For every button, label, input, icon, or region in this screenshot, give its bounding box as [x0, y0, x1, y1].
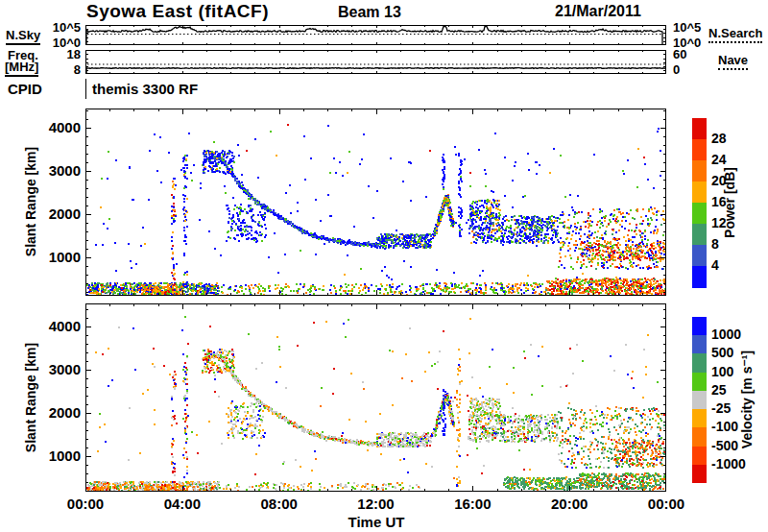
noise-right-label: N.Search	[708, 26, 762, 40]
velocity-colorbar: 100050010025-25-100-500-1000	[692, 317, 707, 483]
colorbar-segment	[692, 266, 707, 288]
colorbar-segment	[692, 335, 707, 354]
power-colorbar-title: Power [dB]	[722, 150, 737, 255]
power-colorbar: 282420161284	[692, 118, 707, 287]
range-tick-label: 1000	[23, 249, 81, 265]
time-tick-label: 08:00	[246, 496, 313, 512]
time-tick-label: 00:00	[633, 496, 700, 512]
range-tick-label: 1000	[23, 447, 81, 464]
cpid-label: CPID	[8, 81, 42, 97]
time-tick-label: 04:00	[149, 496, 216, 512]
colorbar-tick-label: 100	[711, 364, 733, 379]
cpid-value: themis 3300 RF	[92, 81, 198, 97]
frequency-line-chart	[85, 50, 666, 74]
range-tick-label: 3000	[23, 361, 81, 377]
freq-tick-bottom: 8	[46, 62, 81, 77]
colorbar-tick-label: 4	[711, 257, 719, 273]
freq-tick-top: 18	[46, 47, 81, 61]
freq-right-label: Nave	[718, 53, 748, 67]
power-scatter-panel	[85, 109, 666, 296]
colorbar-segment	[692, 391, 707, 410]
velocity-colorbar-title: Velocity [m s⁻¹]	[739, 337, 755, 462]
freq-right-tick-bottom: 0	[673, 62, 680, 77]
colorbar-segment	[692, 353, 707, 373]
colorbar-segment	[692, 447, 707, 466]
colorbar-tick-label: 28	[711, 131, 727, 146]
superdarn-summary-plot: Syowa East (fitACF) Beam 13 21/Mar/2011 …	[0, 0, 768, 532]
range-tick-label: 4000	[23, 318, 81, 334]
colorbar-segment	[692, 409, 707, 428]
range-tick-label: 2000	[23, 206, 81, 222]
colorbar-tick-label: 500	[711, 345, 733, 360]
colorbar-segment	[692, 373, 707, 392]
beam-label: Beam 13	[338, 4, 401, 21]
noise-tick-top: 10^5	[46, 20, 81, 35]
colorbar-segment	[692, 139, 707, 161]
colorbar-tick-label: -25	[711, 400, 731, 416]
colorbar-tick-label: -500	[711, 438, 738, 453]
time-tick-label: 12:00	[343, 496, 410, 512]
noise-right-tick-top: 10^5	[673, 20, 701, 35]
time-tick-label: 20:00	[536, 496, 603, 512]
noise-left-label: N.Sky	[6, 28, 40, 42]
colorbar-segment	[692, 181, 707, 204]
range-tick-label: 3000	[23, 162, 81, 179]
date-label: 21/Mar/2011	[555, 3, 641, 20]
range-tick-label: 4000	[23, 119, 81, 135]
time-tick-label: 00:00	[52, 496, 119, 512]
freq-right-tick-top: 60	[673, 47, 686, 61]
colorbar-tick-label: 25	[711, 382, 727, 398]
freq-label-line2: [MHz]	[5, 60, 38, 74]
colorbar-segment	[692, 245, 707, 267]
plot-title: Syowa East (fitACF)	[86, 1, 269, 22]
colorbar-segment	[692, 465, 707, 484]
colorbar-segment	[692, 203, 707, 225]
colorbar-segment	[692, 160, 707, 182]
colorbar-segment	[692, 427, 707, 447]
range-tick-label: 2000	[23, 404, 81, 421]
velocity-scatter-panel	[85, 303, 666, 492]
colorbar-segment	[692, 224, 707, 246]
colorbar-tick-label: 1000	[711, 326, 741, 342]
colorbar-segment	[692, 118, 707, 140]
colorbar-tick-label: 8	[711, 236, 719, 252]
colorbar-tick-label: -100	[711, 419, 738, 434]
sky-noise-line-chart	[85, 25, 666, 45]
cpid-axis-spine	[85, 79, 86, 99]
time-tick-label: 16:00	[439, 496, 506, 512]
time-axis-title: Time UT	[343, 514, 410, 530]
colorbar-segment	[692, 317, 707, 336]
